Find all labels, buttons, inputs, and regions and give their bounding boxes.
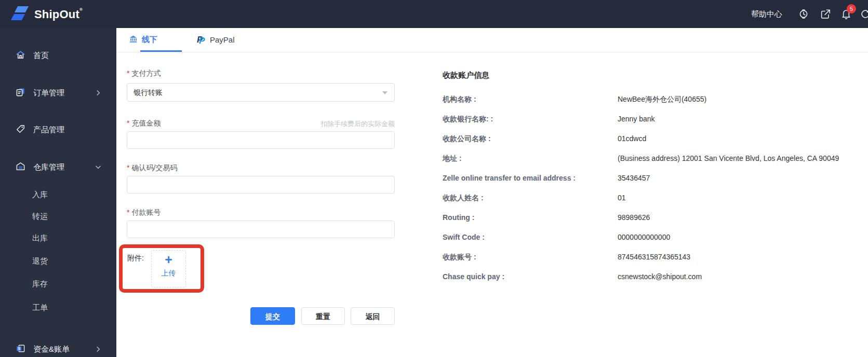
amount-hint: 扣除手续费后的实际金额 bbox=[321, 119, 395, 129]
info-row-routing: Routing :98989626 bbox=[443, 212, 650, 223]
sidebar-subitem-workorder[interactable]: 工单 bbox=[32, 302, 48, 313]
lightning-bolt-icon bbox=[10, 4, 30, 24]
share-export-icon[interactable] bbox=[820, 8, 831, 20]
info-row-account-number: 收款账号 :874546315874365143 bbox=[443, 252, 690, 262]
tab-paypal[interactable]: PP PayPal bbox=[197, 28, 235, 51]
plus-icon: + bbox=[152, 251, 185, 268]
info-row-chase-quick-pay: Chase quick pay :csnewstock@shipout.com bbox=[443, 271, 702, 282]
sync-icon[interactable] bbox=[860, 8, 868, 20]
svg-text:$: $ bbox=[18, 347, 20, 351]
chevron-right-icon bbox=[95, 346, 102, 353]
payer-account-input[interactable] bbox=[127, 221, 395, 238]
sidebar-subitem-outbound[interactable]: 出库 bbox=[32, 232, 48, 244]
tab-label: 线下 bbox=[142, 35, 157, 45]
sidebar-subitem-returns[interactable]: 退货 bbox=[32, 255, 48, 267]
info-row-org-name: 机构名称 :NewBee海外仓公司(40655) bbox=[443, 94, 706, 104]
required-marker: * bbox=[127, 119, 129, 127]
active-tab-underline bbox=[140, 50, 182, 52]
confirmation-code-input[interactable] bbox=[127, 176, 395, 194]
sidebar-item-home[interactable]: 首页 bbox=[16, 50, 111, 61]
amount-input[interactable] bbox=[127, 131, 395, 149]
sidebar-subitem-inbound[interactable]: 入库 bbox=[32, 189, 48, 200]
sidebar-label: 首页 bbox=[33, 51, 49, 61]
submit-button[interactable]: 提交 bbox=[250, 307, 295, 325]
shipout-logo: ShipOut® bbox=[10, 4, 83, 24]
top-navbar: ShipOut® 帮助中心 5 bbox=[0, 0, 868, 28]
required-marker: * bbox=[127, 69, 129, 77]
sidebar-label: 产品管理 bbox=[33, 125, 64, 135]
info-row-zelle: Zelle online transfer to email address :… bbox=[443, 173, 650, 183]
brand-name: ShipOut® bbox=[34, 7, 83, 21]
history-clock-icon[interactable] bbox=[798, 8, 809, 20]
sidebar-subitem-transfer[interactable]: 转运 bbox=[32, 211, 48, 222]
funds-icon: $ bbox=[16, 344, 25, 355]
payer-account-label: *付款账号 bbox=[127, 208, 395, 217]
back-button[interactable]: 返回 bbox=[351, 307, 395, 325]
payee-account-info-title: 收款账户信息 bbox=[443, 71, 489, 80]
sidebar-label: 仓库管理 bbox=[33, 162, 64, 172]
upload-label: 上传 bbox=[152, 268, 185, 278]
reset-button[interactable]: 重置 bbox=[301, 307, 345, 325]
help-center-link[interactable]: 帮助中心 bbox=[751, 0, 782, 28]
select-caret-icon bbox=[382, 91, 388, 94]
upload-attachment-button[interactable]: + 上传 bbox=[151, 250, 186, 287]
amount-label-row: *充值金额 扣除手续费后的实际金额 bbox=[127, 119, 395, 128]
home-icon bbox=[16, 50, 25, 61]
tab-label: PayPal bbox=[210, 35, 235, 44]
info-row-address: 地址 :(Business address) 12001 San Vicente… bbox=[443, 153, 839, 163]
info-row-swift-code: Swift Code :0000000000000 bbox=[443, 232, 670, 242]
sidebar-label: 订单管理 bbox=[33, 88, 64, 98]
sidebar-label: 资金&账单 bbox=[33, 345, 70, 354]
warehouse-icon bbox=[16, 161, 25, 173]
bank-icon bbox=[129, 35, 138, 45]
attachment-label: 附件: bbox=[127, 254, 144, 263]
info-row-payee-name: 收款人姓名 :01 bbox=[443, 193, 626, 203]
payment-method-label: *支付方式 bbox=[127, 69, 395, 78]
sidebar-item-funds-bills[interactable]: $ 资金&账单 bbox=[16, 344, 111, 355]
info-row-bank-name: 收款银行名称: :Jenny bank bbox=[443, 114, 655, 124]
paypal-icon: PP bbox=[197, 35, 206, 45]
sidebar-subitem-inventory[interactable]: 库存 bbox=[32, 278, 48, 290]
info-row-company-name: 收款公司名称 :01cdwcd bbox=[443, 133, 646, 144]
notification-badge: 5 bbox=[847, 4, 856, 13]
sidebar-item-warehouse[interactable]: 仓库管理 bbox=[16, 161, 111, 173]
sidebar-nav: 首页 订单管理 产品管理 仓库管理 bbox=[0, 28, 116, 357]
sidebar-item-products[interactable]: 产品管理 bbox=[16, 124, 111, 135]
orders-icon bbox=[16, 87, 25, 99]
chevron-right-icon bbox=[95, 89, 102, 97]
tab-offline[interactable]: 线下 bbox=[129, 28, 157, 51]
confirmation-code-label: *确认码/交易码 bbox=[127, 163, 395, 173]
required-marker: * bbox=[127, 208, 129, 216]
sidebar-item-orders[interactable]: 订单管理 bbox=[16, 87, 111, 99]
chevron-down-icon bbox=[95, 163, 102, 171]
payment-method-select[interactable]: 银行转账 bbox=[127, 83, 395, 102]
tag-icon bbox=[16, 124, 25, 135]
required-marker: * bbox=[127, 163, 129, 172]
payment-tabs: 线下 PP PayPal bbox=[116, 28, 868, 52]
